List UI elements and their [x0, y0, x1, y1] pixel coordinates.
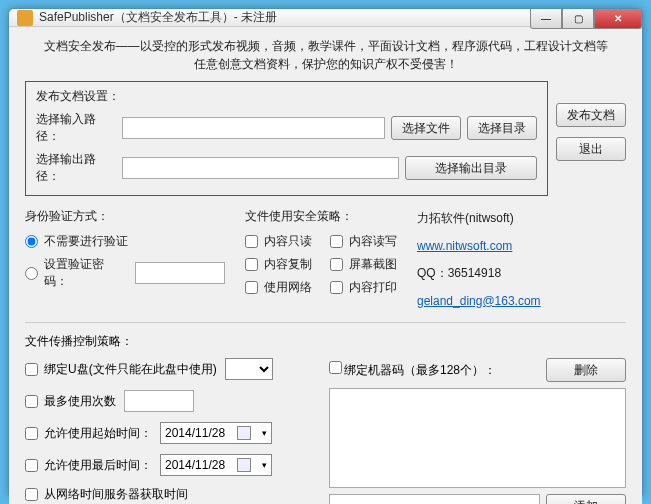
machine-code-input[interactable] [329, 494, 540, 504]
machine-code-list[interactable] [329, 388, 626, 488]
start-time-checkbox[interactable]: 允许使用起始时间： [25, 425, 152, 442]
app-icon [17, 10, 33, 26]
policy-network-checkbox[interactable]: 使用网络 [245, 279, 312, 296]
calendar-icon [237, 458, 251, 472]
titlebar: SafePublisher（文档安全发布工具）- 未注册 — ▢ ✕ [9, 9, 642, 27]
input-path-field[interactable] [122, 117, 385, 139]
bind-usb-checkbox[interactable]: 绑定U盘(文件只能在此盘中使用) [25, 361, 217, 378]
publish-button[interactable]: 发布文档 [556, 103, 626, 127]
minimize-button[interactable]: — [530, 9, 562, 29]
app-window: SafePublisher（文档安全发布工具）- 未注册 — ▢ ✕ 文档安全发… [8, 8, 643, 496]
content-area: 文档安全发布——以受控的形式发布视频，音频，教学课件，平面设计文档，程序源代码，… [9, 27, 642, 504]
chevron-down-icon: ▾ [262, 460, 267, 470]
nettime-checkbox[interactable]: 从网络时间服务器获取时间 [25, 486, 188, 503]
select-output-dir-button[interactable]: 选择输出目录 [405, 156, 537, 180]
auth-group: 身份验证方式： 不需要进行验证 设置验证密码： [25, 208, 225, 312]
intro-text: 文档安全发布——以受控的形式发布视频，音频，教学课件，平面设计文档，程序源代码，… [25, 37, 626, 73]
policy-screenshot-checkbox[interactable]: 屏幕截图 [330, 256, 397, 273]
divider [25, 322, 626, 323]
input-path-label: 选择输入路径： [36, 111, 116, 145]
add-machine-button[interactable]: 添加 [546, 494, 626, 504]
max-use-field[interactable] [124, 390, 194, 412]
auth-none-radio[interactable]: 不需要进行验证 [25, 233, 225, 250]
policy-header: 文件使用安全策略： [245, 208, 397, 225]
publish-settings-header: 发布文档设置： [36, 88, 537, 105]
company-url-link[interactable]: www.nitwsoft.com [417, 236, 541, 258]
policy-copy-checkbox[interactable]: 内容复制 [245, 256, 312, 273]
bind-machine-checkbox[interactable]: 绑定机器码（最多128个）： [329, 361, 496, 379]
max-use-checkbox[interactable]: 最多使用次数 [25, 393, 116, 410]
policy-print-checkbox[interactable]: 内容打印 [330, 279, 397, 296]
end-time-checkbox[interactable]: 允许使用最后时间： [25, 457, 152, 474]
select-dir-button[interactable]: 选择目录 [467, 116, 537, 140]
policy-readwrite-checkbox[interactable]: 内容读写 [330, 233, 397, 250]
calendar-icon [237, 426, 251, 440]
start-date-picker[interactable]: 2014/11/28▾ [160, 422, 272, 444]
maximize-button[interactable]: ▢ [562, 9, 594, 29]
propagation-header: 文件传播控制策略： [25, 333, 626, 350]
company-name: 力拓软件(nitwsoft) [417, 208, 541, 230]
company-info: 力拓软件(nitwsoft) www.nitwsoft.com QQ：36514… [417, 208, 541, 312]
exit-button[interactable]: 退出 [556, 137, 626, 161]
propagation-left: 绑定U盘(文件只能在此盘中使用) 最多使用次数 允许使用起始时间： 2014/1… [25, 358, 315, 504]
auth-header: 身份验证方式： [25, 208, 225, 225]
end-date-picker[interactable]: 2014/11/28▾ [160, 454, 272, 476]
auth-password-radio[interactable]: 设置验证密码： [25, 256, 225, 290]
output-path-label: 选择输出路径： [36, 151, 116, 185]
policy-group: 文件使用安全策略： 内容只读 内容读写 内容复制 屏幕截图 使用网络 内容打印 [245, 208, 397, 312]
machine-code-group: 绑定机器码（最多128个）： 删除 添加 [329, 358, 626, 504]
close-button[interactable]: ✕ [594, 9, 642, 29]
company-email-link[interactable]: geland_ding@163.com [417, 291, 541, 313]
auth-password-field[interactable] [135, 262, 225, 284]
policy-readonly-checkbox[interactable]: 内容只读 [245, 233, 312, 250]
select-file-button[interactable]: 选择文件 [391, 116, 461, 140]
delete-machine-button[interactable]: 删除 [546, 358, 626, 382]
company-qq: QQ：36514918 [417, 263, 541, 285]
output-path-field[interactable] [122, 157, 399, 179]
publish-settings-group: 发布文档设置： 选择输入路径： 选择文件 选择目录 选择输出路径： 选择输出目录 [25, 81, 548, 196]
usb-drive-select[interactable] [225, 358, 273, 380]
window-title: SafePublisher（文档安全发布工具）- 未注册 [39, 9, 277, 26]
chevron-down-icon: ▾ [262, 428, 267, 438]
